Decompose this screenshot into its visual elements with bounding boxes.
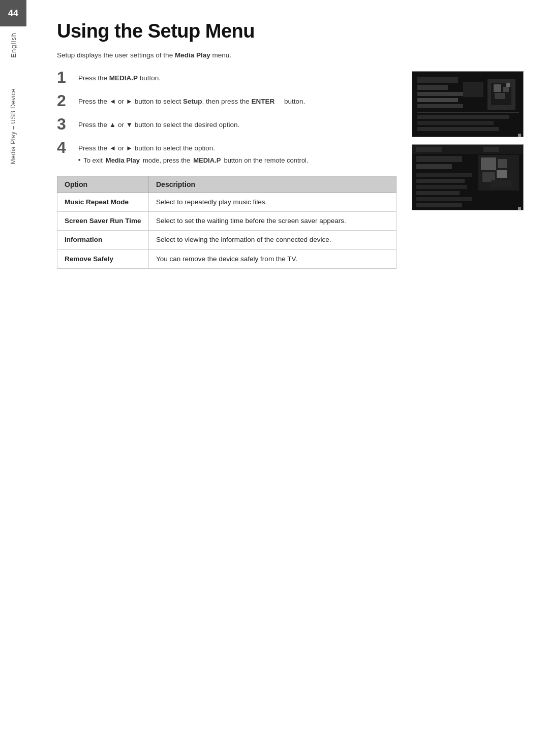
svg-rect-17 bbox=[518, 134, 521, 137]
intro-paragraph: Setup displays the user settings of the … bbox=[57, 51, 524, 59]
language-label: English bbox=[10, 33, 17, 58]
table-header-row: Option Description bbox=[57, 176, 396, 193]
steps-area: 1 Press the MEDIA.P button. 2 Press the … bbox=[57, 71, 524, 269]
step-3: 3 Press the ▲ or ▼ button to select the … bbox=[57, 118, 396, 132]
step-4-number: 4 bbox=[57, 139, 71, 155]
option-information: Information bbox=[57, 231, 149, 249]
svg-rect-35 bbox=[416, 203, 462, 207]
desc-screen-saver: Select to set the waiting time before th… bbox=[149, 212, 396, 231]
table-row: Information Select to viewing the inform… bbox=[57, 231, 396, 249]
steps-list: 1 Press the MEDIA.P button. 2 Press the … bbox=[57, 71, 396, 269]
svg-rect-23 bbox=[416, 164, 452, 169]
step-2-text: Press the ◄ or ► button to select Setup,… bbox=[78, 94, 305, 107]
svg-rect-28 bbox=[497, 170, 507, 178]
svg-rect-25 bbox=[481, 158, 496, 170]
svg-rect-30 bbox=[416, 173, 472, 177]
svg-rect-10 bbox=[503, 87, 509, 92]
option-screen-saver: Screen Saver Run Time bbox=[57, 212, 149, 231]
screenshot-2 bbox=[412, 144, 524, 210]
options-table: Option Description Music Repeat Mode Sel… bbox=[57, 176, 396, 269]
screenshots-panel bbox=[412, 71, 524, 269]
screenshot-1-image bbox=[412, 72, 524, 137]
svg-rect-11 bbox=[495, 93, 505, 99]
svg-rect-26 bbox=[498, 159, 507, 168]
svg-rect-20 bbox=[416, 147, 442, 152]
step-4-text: Press the ◄ or ► button to select the op… bbox=[78, 141, 309, 166]
svg-rect-2 bbox=[417, 85, 448, 90]
main-content: Using the Setup Menu Setup displays the … bbox=[26, 0, 549, 289]
table-col-description: Description bbox=[149, 176, 396, 193]
step-1-text: Press the MEDIA.P button. bbox=[78, 71, 161, 83]
svg-rect-16 bbox=[417, 127, 499, 131]
svg-rect-36 bbox=[518, 207, 521, 210]
page-title: Using the Setup Menu bbox=[57, 20, 524, 42]
desc-remove-safely: You can remove the device safely from th… bbox=[149, 249, 396, 268]
step-2: 2 Press the ◄ or ► button to select Setu… bbox=[57, 94, 396, 109]
svg-rect-21 bbox=[483, 147, 499, 152]
screenshot-1 bbox=[412, 71, 524, 137]
desc-information: Select to viewing the information of the… bbox=[149, 231, 396, 249]
svg-rect-34 bbox=[416, 197, 472, 201]
step-4-bullet-1: To exit Media Play mode, press the MEDIA… bbox=[78, 155, 309, 166]
step-1-number: 1 bbox=[57, 69, 71, 85]
table-col-option: Option bbox=[57, 176, 149, 193]
section-label: Media Play – USB Device bbox=[10, 88, 17, 164]
step-1: 1 Press the MEDIA.P button. bbox=[57, 71, 396, 85]
page-number: 44 bbox=[0, 0, 26, 26]
svg-rect-12 bbox=[506, 83, 510, 87]
svg-rect-4 bbox=[417, 98, 458, 102]
svg-rect-31 bbox=[416, 179, 465, 183]
svg-rect-9 bbox=[494, 84, 501, 92]
screenshot-2-image bbox=[412, 145, 524, 210]
svg-rect-13 bbox=[417, 112, 519, 113]
svg-rect-32 bbox=[416, 185, 467, 189]
svg-rect-3 bbox=[417, 92, 468, 96]
svg-rect-5 bbox=[417, 104, 463, 108]
svg-rect-14 bbox=[417, 115, 509, 119]
svg-rect-33 bbox=[416, 191, 460, 195]
table-row: Remove Safely You can remove the device … bbox=[57, 249, 396, 268]
table-row: Screen Saver Run Time Select to set the … bbox=[57, 212, 396, 231]
svg-rect-29 bbox=[491, 180, 511, 187]
option-music-repeat: Music Repeat Mode bbox=[57, 193, 149, 211]
table-row: Music Repeat Mode Select to repeatedly p… bbox=[57, 193, 396, 211]
step-4-bullets: To exit Media Play mode, press the MEDIA… bbox=[78, 155, 309, 166]
svg-rect-6 bbox=[463, 82, 483, 97]
svg-rect-1 bbox=[417, 77, 458, 83]
step-3-number: 3 bbox=[57, 116, 71, 132]
step-3-text: Press the ▲ or ▼ button to select the de… bbox=[78, 118, 239, 130]
desc-music-repeat: Select to repeatedly play music files. bbox=[149, 193, 396, 211]
step-2-number: 2 bbox=[57, 92, 71, 109]
option-remove-safely: Remove Safely bbox=[57, 249, 149, 268]
step-4: 4 Press the ◄ or ► button to select the … bbox=[57, 141, 396, 166]
svg-rect-15 bbox=[417, 121, 494, 125]
sidebar: 44 English Media Play – USB Device bbox=[0, 0, 26, 756]
svg-rect-22 bbox=[416, 156, 462, 162]
